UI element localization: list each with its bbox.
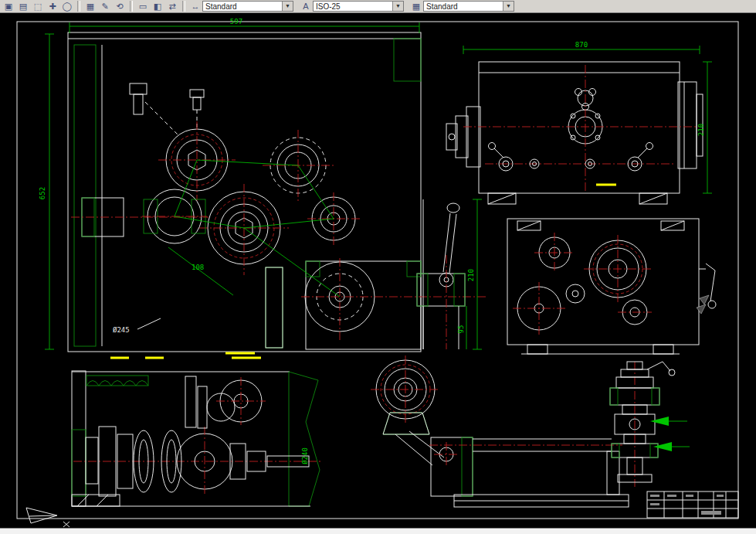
text-style-combo[interactable]: ISO-25 ▼ <box>313 1 404 12</box>
dim-870-label: 870 <box>575 41 588 49</box>
toolbar: ▣ ▤ ⬚ ✚ ◯ ▦ ✎ ⟲ ▭ ◧ ⇄ ↔ Standard ▼ A ISO… <box>0 0 756 13</box>
undo-icon[interactable]: ⟲ <box>113 1 127 12</box>
view-side-gears <box>507 219 716 354</box>
swap-icon[interactable]: ⇄ <box>165 1 179 12</box>
circle-icon[interactable]: ◯ <box>60 1 74 12</box>
match-properties-icon[interactable]: ◧ <box>151 1 164 12</box>
chevron-down-icon[interactable]: ▼ <box>392 2 403 11</box>
properties-icon[interactable]: ▣ <box>2 1 15 12</box>
dim-style-value: Standard <box>205 2 237 11</box>
view-plan: 870 <box>446 41 712 204</box>
text-style-icon: A <box>299 1 313 12</box>
command-line-strip[interactable] <box>0 528 756 534</box>
toolbar-separator <box>182 1 185 12</box>
dim-style-group: ↔ Standard ▼ <box>188 1 293 12</box>
dim-210-side-label: 210 <box>697 124 705 136</box>
sheet-border <box>17 22 738 519</box>
text-style-value: ISO-25 <box>316 2 341 11</box>
view-clamp-detail <box>610 362 690 487</box>
grid-icon[interactable]: ▦ <box>83 1 97 12</box>
table-style-combo[interactable]: Standard ▼ <box>423 1 514 12</box>
dim-style-icon: ↔ <box>188 1 202 12</box>
dim-245-label: Ø245 <box>113 326 130 334</box>
table-style-value: Standard <box>426 2 458 11</box>
view-front-section: 597 652 <box>39 18 488 358</box>
title-block <box>647 491 738 518</box>
ucs-icon <box>26 508 69 527</box>
view-tensioner <box>371 355 629 507</box>
view-shaft-section: Ø240 <box>72 371 320 506</box>
layers-icon[interactable]: ▤ <box>16 1 30 12</box>
dim-style-combo[interactable]: Standard ▼ <box>202 1 293 12</box>
toolbar-separator <box>130 1 133 12</box>
table-style-group: ▦ Standard ▼ <box>409 1 514 12</box>
drawing-area[interactable]: 597 652 <box>0 13 756 528</box>
chevron-down-icon[interactable]: ▼ <box>503 2 514 11</box>
dim-597-label: 597 <box>230 18 242 26</box>
dim-652-label: 652 <box>39 187 46 199</box>
sketch-icon[interactable]: ✎ <box>98 1 112 12</box>
point-style-icon[interactable]: ✚ <box>46 1 59 12</box>
rectangle-icon[interactable]: ▭ <box>136 1 150 12</box>
dim-210-lever-label: 210 <box>467 269 475 281</box>
text-style-group: A ISO-25 ▼ <box>299 1 404 12</box>
table-style-icon: ▦ <box>409 1 423 12</box>
toolbar-separator <box>77 1 80 12</box>
dim-240-label: Ø240 <box>301 447 309 464</box>
layer-states-icon[interactable]: ⬚ <box>31 1 45 12</box>
cad-drawing[interactable]: 597 652 <box>0 13 756 528</box>
dim-108-label: 108 <box>192 264 204 271</box>
dim-95-label: 95 <box>457 325 465 334</box>
chevron-down-icon[interactable]: ▼ <box>282 2 293 11</box>
